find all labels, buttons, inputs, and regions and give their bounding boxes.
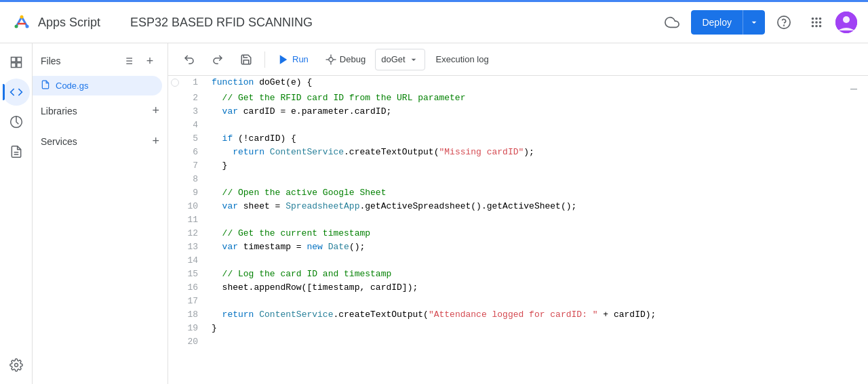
line-indicator bbox=[168, 173, 182, 186]
string-token: "Attendance logged for cardID: " bbox=[429, 310, 598, 320]
line-number: 7 bbox=[182, 159, 209, 173]
line-indicator bbox=[168, 240, 182, 254]
executions-icon bbox=[9, 145, 23, 158]
line-content: // Open the active Google Sheet bbox=[209, 186, 868, 200]
save-button[interactable] bbox=[233, 49, 259, 70]
line-indicator bbox=[168, 200, 182, 213]
run-button[interactable]: Run bbox=[271, 49, 315, 70]
line-content bbox=[209, 119, 868, 132]
cloud-icon bbox=[665, 15, 679, 30]
line-indicator bbox=[168, 132, 182, 146]
table-row: 17 bbox=[168, 295, 868, 308]
table-row: 14 bbox=[168, 254, 868, 268]
plain-token: .getActiveSpreadsheet().getActiveSheet()… bbox=[359, 201, 576, 211]
line-content: return ContentService.createTextOutput("… bbox=[209, 146, 868, 159]
cloud-save-button[interactable] bbox=[661, 12, 683, 33]
file-item-code-gs[interactable]: Code.gs bbox=[33, 76, 162, 95]
line-number: 12 bbox=[182, 227, 209, 240]
sidebar-icon-triggers[interactable] bbox=[3, 108, 30, 135]
line-number: 17 bbox=[182, 295, 209, 308]
table-row: 12 // Get the current timestamp bbox=[168, 227, 868, 240]
line-content: // Get the current timestamp bbox=[209, 227, 868, 240]
line-number: 8 bbox=[182, 173, 209, 186]
save-icon bbox=[240, 54, 252, 66]
help-button[interactable] bbox=[770, 9, 797, 36]
comment-token: // Get the RFID card ID from the URL par… bbox=[212, 93, 465, 103]
line-content: var sheet = SpreadsheetApp.getActiveSpre… bbox=[209, 200, 868, 213]
plain-token: (); bbox=[349, 242, 365, 252]
line-indicator bbox=[168, 91, 182, 105]
svg-point-3 bbox=[26, 25, 29, 28]
avatar[interactable] bbox=[835, 12, 857, 33]
table-row: 7 } bbox=[168, 159, 868, 173]
triggers-icon bbox=[9, 115, 23, 129]
line-number: 4 bbox=[182, 119, 209, 132]
collapse-button[interactable]: – bbox=[850, 81, 857, 95]
function-selector[interactable]: doGet bbox=[375, 49, 425, 70]
files-title: Files bbox=[41, 56, 61, 66]
execution-log-button[interactable]: Execution log bbox=[428, 49, 497, 70]
deploy-button[interactable]: Deploy bbox=[691, 10, 743, 35]
function-selector-value: doGet bbox=[381, 54, 405, 64]
class-token: ContentService bbox=[259, 310, 333, 320]
code-table: 1function doGet(e) {2 // Get the RFID ca… bbox=[168, 76, 868, 349]
sidebar-icon-executions[interactable] bbox=[3, 138, 30, 165]
svg-point-14 bbox=[14, 364, 18, 367]
editor-pane: Run Debug doGet Execution log 1function … bbox=[168, 43, 868, 384]
keyword-token: new bbox=[307, 242, 322, 252]
editor-icon bbox=[9, 85, 23, 99]
plain-token: timestamp = bbox=[238, 242, 307, 252]
add-file-button[interactable]: + bbox=[140, 51, 159, 70]
editor-content[interactable]: 1function doGet(e) {2 // Get the RFID ca… bbox=[168, 76, 868, 384]
comment-token: // Open the active Google Sheet bbox=[212, 188, 386, 198]
line-content bbox=[209, 254, 868, 268]
keyword-token: return bbox=[212, 147, 264, 157]
line-indicator bbox=[168, 146, 182, 159]
comment-token: // Log the card ID and timestamp bbox=[212, 269, 391, 279]
line-content: // Log the card ID and timestamp bbox=[209, 268, 868, 281]
line-number: 6 bbox=[182, 146, 209, 159]
line-content bbox=[209, 173, 868, 186]
app-title: Apps Script bbox=[38, 16, 100, 30]
plain-token: sheet.appendRow([timestamp, cardID]); bbox=[212, 282, 418, 293]
line-indicator bbox=[168, 308, 182, 322]
services-add-icon: + bbox=[152, 134, 159, 148]
undo-icon bbox=[183, 54, 195, 66]
sort-files-button[interactable] bbox=[119, 51, 138, 70]
file-item-label: Code.gs bbox=[56, 81, 88, 91]
line-content bbox=[209, 335, 868, 349]
breakpoint-indicator[interactable] bbox=[171, 79, 179, 87]
line-number: 5 bbox=[182, 132, 209, 146]
sidebar-icon-editor[interactable] bbox=[3, 79, 30, 106]
sidebar-icon-overview[interactable] bbox=[3, 49, 30, 76]
table-row: 3 var cardID = e.parameter.cardID; bbox=[168, 105, 868, 119]
sidebar-icon-settings[interactable] bbox=[3, 351, 30, 379]
libraries-header[interactable]: Libraries + bbox=[33, 98, 167, 123]
avatar-image bbox=[835, 12, 857, 33]
apps-grid-icon bbox=[809, 15, 824, 30]
line-content: var cardID = e.parameter.cardID; bbox=[209, 105, 868, 119]
debug-button[interactable]: Debug bbox=[318, 49, 372, 70]
services-title: Services bbox=[41, 136, 77, 147]
grid-apps-button[interactable] bbox=[803, 9, 830, 36]
undo-button[interactable] bbox=[176, 49, 202, 70]
line-number: 11 bbox=[182, 213, 209, 227]
line-content: return ContentService.createTextOutput("… bbox=[209, 308, 868, 322]
keyword-token: return bbox=[212, 310, 254, 320]
line-number: 1 bbox=[182, 76, 209, 91]
line-number: 9 bbox=[182, 186, 209, 200]
deploy-dropdown-button[interactable] bbox=[743, 10, 765, 35]
file-sidebar: Files + Code.gs Libraries bbox=[33, 43, 168, 384]
line-number: 16 bbox=[182, 281, 209, 295]
table-row: 10 var sheet = SpreadsheetApp.getActiveS… bbox=[168, 200, 868, 213]
table-row: 13 var timestamp = new Date(); bbox=[168, 240, 868, 254]
toolbar: Run Debug doGet Execution log bbox=[168, 43, 868, 76]
table-row: 9 // Open the active Google Sheet bbox=[168, 186, 868, 200]
settings-icon bbox=[9, 358, 23, 372]
redo-button[interactable] bbox=[205, 49, 231, 70]
comment-token: // Get the current timestamp bbox=[212, 228, 370, 238]
plain-token: } bbox=[212, 323, 217, 333]
services-header[interactable]: Services + bbox=[33, 129, 167, 154]
svg-point-5 bbox=[784, 25, 785, 26]
line-indicator bbox=[168, 295, 182, 308]
